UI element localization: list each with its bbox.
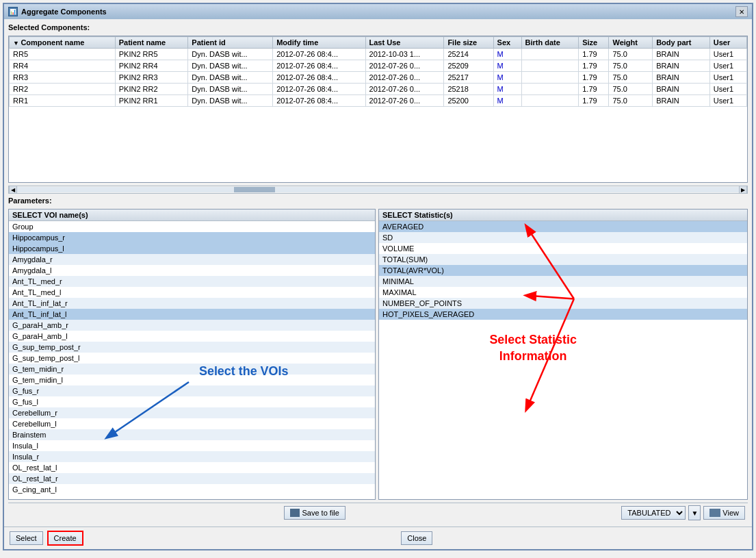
voi-list-item[interactable]: Group <box>9 221 375 232</box>
col-body-part[interactable]: Body part <box>653 37 710 49</box>
voi-list-item[interactable]: G_sup_temp_post_r <box>9 342 375 353</box>
scroll-right-button[interactable]: ▶ <box>739 186 747 194</box>
cell-patient_name: PKIN2 RR1 <box>115 95 188 107</box>
voi-list[interactable]: GroupHippocampus_rHippocampus_lAmygdala_… <box>9 221 375 499</box>
voi-list-item[interactable]: Amygdala_r <box>9 254 375 265</box>
cell-component_name: RR3 <box>10 72 116 84</box>
stats-list-item[interactable]: SD <box>379 232 747 243</box>
cell-body_part: BRAIN <box>653 84 710 95</box>
voi-list-item[interactable]: G_fus_l <box>9 396 375 407</box>
col-user[interactable]: User <box>709 37 746 49</box>
save-to-file-button[interactable]: Save to file <box>284 506 345 520</box>
table-row[interactable]: RR1PKIN2 RR1Dyn. DASB wit...2012-07-26 0… <box>10 95 747 107</box>
cell-last_use: 2012-07-26 0... <box>365 95 444 107</box>
cell-file_size: 25209 <box>444 60 493 72</box>
table-row[interactable]: RR5PKIN2 RR5Dyn. DASB wit...2012-07-26 0… <box>10 49 747 60</box>
cell-sex: M <box>493 49 521 60</box>
voi-list-item[interactable]: G_paraH_amb_l <box>9 331 375 342</box>
voi-list-item[interactable]: OL_rest_lat_l <box>9 462 375 473</box>
close-window-button[interactable]: ✕ <box>735 6 748 17</box>
cell-size: 1.79 <box>579 95 609 107</box>
stats-list-item[interactable]: HOT_PIXELS_AVERAGED <box>379 309 747 320</box>
cell-body_part: BRAIN <box>653 72 710 84</box>
voi-list-item[interactable]: Ant_TL_inf_lat_r <box>9 298 375 309</box>
voi-list-item[interactable]: Brainstem <box>9 429 375 440</box>
scroll-left-button[interactable]: ◀ <box>9 186 17 194</box>
col-patient-id[interactable]: Patient id <box>188 37 273 49</box>
scroll-track[interactable] <box>17 187 739 192</box>
close-button[interactable]: Close <box>401 531 432 545</box>
scroll-thumb[interactable] <box>234 187 275 192</box>
stats-list-item[interactable]: MAXIMAL <box>379 287 747 298</box>
window-icon: 📊 <box>8 7 18 16</box>
voi-list-item[interactable]: Insula_l <box>9 440 375 451</box>
voi-panel: SELECT VOI name(s) GroupHippocampus_rHip… <box>8 209 376 500</box>
cell-patient_name: PKIN2 RR2 <box>115 84 188 95</box>
col-modify-time[interactable]: Modify time <box>273 37 365 49</box>
col-last-use[interactable]: Last Use <box>365 37 444 49</box>
stats-list-item[interactable]: TOTAL(SUM) <box>379 254 747 265</box>
cell-patient_id: Dyn. DASB wit... <box>188 60 273 72</box>
col-birth-date[interactable]: Birth date <box>521 37 579 49</box>
window-body: Selected Components: Component name Pati… <box>4 19 752 527</box>
col-sex[interactable]: Sex <box>493 37 521 49</box>
cell-weight: 75.0 <box>609 49 653 60</box>
voi-list-item[interactable]: G_sup_temp_post_l <box>9 353 375 364</box>
cell-size: 1.79 <box>579 84 609 95</box>
cell-user: User1 <box>709 95 746 107</box>
params-row: SELECT VOI name(s) GroupHippocampus_rHip… <box>8 209 748 500</box>
stats-list[interactable]: AVERAGEDSDVOLUMETOTAL(SUM)TOTAL(AVR*VOL)… <box>379 221 747 499</box>
col-component-name[interactable]: Component name <box>10 37 116 49</box>
cell-weight: 75.0 <box>609 84 653 95</box>
tabulated-select[interactable]: TABULATED <box>621 506 686 520</box>
cell-file_size: 25217 <box>444 72 493 84</box>
voi-list-item[interactable]: G_fus_r <box>9 385 375 396</box>
view-button[interactable]: View <box>703 506 745 520</box>
col-file-size[interactable]: File size <box>444 37 493 49</box>
voi-list-item[interactable]: G_cing_ant_l <box>9 484 375 495</box>
stats-list-item[interactable]: AVERAGED <box>379 221 747 232</box>
cell-patient_id: Dyn. DASB wit... <box>188 72 273 84</box>
table-row[interactable]: RR3PKIN2 RR3Dyn. DASB wit...2012-07-26 0… <box>10 72 747 84</box>
voi-list-item[interactable]: Ant_TL_med_r <box>9 276 375 287</box>
cell-sex: M <box>493 84 521 95</box>
cell-user: User1 <box>709 84 746 95</box>
stats-list-item[interactable]: MINIMAL <box>379 276 747 287</box>
cell-user: User1 <box>709 49 746 60</box>
cell-modify_time: 2012-07-26 08:4... <box>273 60 365 72</box>
params-wrapper: SELECT VOI name(s) GroupHippocampus_rHip… <box>8 209 748 500</box>
voi-list-item[interactable]: G_tem_midin_r <box>9 364 375 375</box>
create-button[interactable]: Create <box>47 531 83 546</box>
voi-list-item[interactable]: Insula_r <box>9 451 375 462</box>
voi-list-item[interactable]: G_paraH_amb_r <box>9 320 375 331</box>
cell-patient_id: Dyn. DASB wit... <box>188 95 273 107</box>
action-bar: Save to file TABULATED ▼ View <box>8 503 748 522</box>
tabulated-dropdown-arrow[interactable]: ▼ <box>688 505 701 520</box>
voi-list-item[interactable]: Cerebellum_l <box>9 418 375 429</box>
stats-list-item[interactable]: VOLUME <box>379 243 747 254</box>
voi-list-item[interactable]: Cerebellum_r <box>9 407 375 418</box>
col-weight[interactable]: Weight <box>609 37 653 49</box>
table-row[interactable]: RR4PKIN2 RR4Dyn. DASB wit...2012-07-26 0… <box>10 60 747 72</box>
cell-body_part: BRAIN <box>653 95 710 107</box>
stats-list-item[interactable]: NUMBER_OF_POINTS <box>379 298 747 309</box>
voi-list-item[interactable]: Hippocampus_r <box>9 232 375 243</box>
stats-list-item[interactable]: TOTAL(AVR*VOL) <box>379 265 747 276</box>
horizontal-scrollbar[interactable]: ◀ ▶ <box>8 186 748 194</box>
voi-list-item[interactable]: Ant_TL_med_l <box>9 287 375 298</box>
voi-list-item[interactable]: Amygdala_l <box>9 265 375 276</box>
table-row[interactable]: RR2PKIN2 RR2Dyn. DASB wit...2012-07-26 0… <box>10 84 747 95</box>
col-size[interactable]: Size <box>579 37 609 49</box>
voi-list-item[interactable]: OL_rest_lat_r <box>9 473 375 484</box>
cell-birth_date <box>521 60 579 72</box>
window-title: Aggregate Components <box>21 8 107 16</box>
selected-components-label: Selected Components: <box>8 23 748 31</box>
cell-modify_time: 2012-07-26 08:4... <box>273 84 365 95</box>
voi-list-item[interactable]: Ant_TL_inf_lat_l <box>9 309 375 320</box>
cell-weight: 75.0 <box>609 95 653 107</box>
select-button[interactable]: Select <box>10 531 43 545</box>
col-patient-name[interactable]: Patient name <box>115 37 188 49</box>
voi-list-item[interactable]: G_tem_midin_l <box>9 375 375 385</box>
cell-patient_name: PKIN2 RR5 <box>115 49 188 60</box>
voi-list-item[interactable]: Hippocampus_l <box>9 243 375 254</box>
